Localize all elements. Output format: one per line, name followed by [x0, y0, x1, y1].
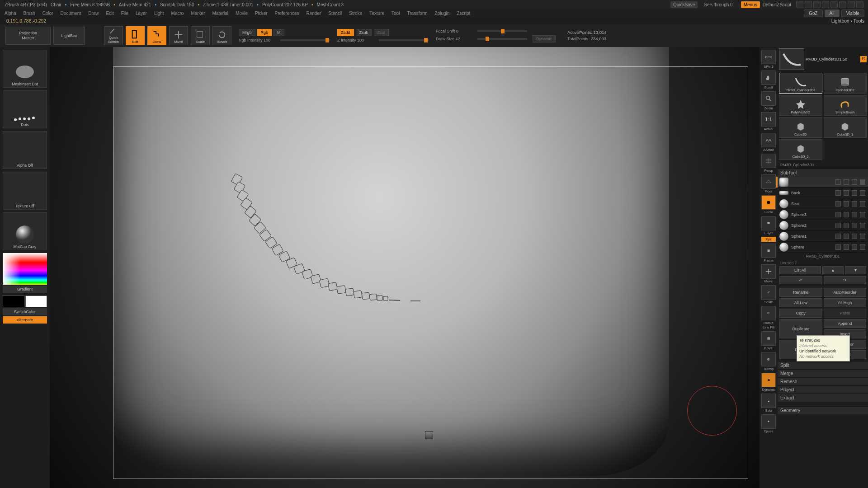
subtool-row[interactable]: Sphere2	[778, 220, 868, 231]
extract-header[interactable]: Extract	[778, 394, 868, 402]
zsub-toggle[interactable]: Zsub	[356, 29, 372, 36]
alternate-button[interactable]: Alternate	[3, 316, 47, 324]
actual-button[interactable]: 1:1	[761, 112, 776, 127]
viewport[interactable]	[50, 47, 760, 488]
menu-preferences[interactable]: Preferences	[275, 11, 299, 16]
rename-button[interactable]: Rename	[779, 288, 822, 297]
menu-picker[interactable]: Picker	[255, 11, 268, 16]
rgb-intensity-slider[interactable]: Rgb Intensity 100	[239, 38, 278, 42]
tool-cell[interactable]: PM3D_Cylinder3D1	[779, 73, 822, 94]
menu-light[interactable]: Light	[154, 11, 164, 16]
zcut-toggle[interactable]: Zcut	[374, 29, 389, 36]
rotate-button[interactable]: ⟳	[761, 306, 776, 320]
subtool-row[interactable]	[778, 177, 868, 188]
allhigh-button[interactable]: All High	[824, 298, 867, 307]
goz-visible-button[interactable]: Visible	[841, 9, 864, 17]
dynamic-toggle[interactable]: Dynamic	[533, 35, 556, 42]
local-button[interactable]	[761, 195, 776, 210]
menu-transform[interactable]: Transform	[407, 11, 427, 16]
alllow-button[interactable]: All Low	[779, 298, 822, 307]
menu-render[interactable]: Render	[307, 11, 321, 16]
tool-cell[interactable]: SimpleBrush	[824, 95, 867, 116]
menu-macro[interactable]: Macro	[171, 11, 184, 16]
project-header[interactable]: Project	[778, 385, 868, 394]
titlebar-icon-4[interactable]	[822, 1, 829, 8]
menu-layer[interactable]: Layer	[136, 11, 147, 16]
subtool-move-down[interactable]: ↷	[824, 276, 867, 284]
menu-alpha[interactable]: Alpha	[5, 11, 16, 16]
dynamic-button[interactable]: ◆	[761, 373, 776, 387]
menu-draw[interactable]: Draw	[88, 11, 99, 16]
subtool-up-button[interactable]: ▲	[822, 266, 844, 274]
autoreorder-button[interactable]: AutoReorder	[824, 288, 867, 297]
titlebar-icon-2[interactable]	[805, 1, 812, 8]
subtool-row[interactable]: Sphere1	[778, 231, 868, 242]
subtool-row[interactable]: Seat	[778, 198, 868, 209]
maximize-icon[interactable]	[848, 1, 855, 8]
split-header[interactable]: Split	[778, 361, 868, 369]
color-picker[interactable]	[3, 253, 47, 285]
rgb-toggle[interactable]: Rgb	[257, 29, 272, 36]
z-intensity-slider[interactable]: Z Intensity 100	[337, 38, 377, 42]
goz-all-button[interactable]: All	[825, 9, 840, 17]
swatch-pair[interactable]	[3, 296, 47, 307]
switchcolor-button[interactable]: SwitchColor	[3, 308, 47, 315]
rotate-mode-button[interactable]: Rotate	[212, 26, 231, 45]
brush-slot[interactable]: MeshInsert Dot	[3, 50, 47, 88]
menus-toggle[interactable]: Menus	[741, 1, 760, 8]
menu-brush[interactable]: Brush	[24, 11, 35, 16]
paste-button[interactable]: Paste	[824, 309, 867, 318]
draw-size-slider[interactable]: Draw Size 42	[436, 37, 476, 41]
menu-marker[interactable]: Marker	[191, 11, 205, 16]
default-zscript[interactable]: DefaultZScript	[763, 2, 791, 7]
transp-button[interactable]: ◐	[761, 352, 776, 366]
xpose-button[interactable]: ✦	[761, 414, 776, 429]
draw-mode-button[interactable]: Draw	[147, 26, 166, 45]
floor-button[interactable]	[761, 174, 776, 189]
menu-movie[interactable]: Movie	[236, 11, 248, 16]
tool-cell[interactable]: PolyMesh3D	[779, 95, 822, 116]
list-all-button[interactable]: List All	[779, 266, 821, 274]
menu-file[interactable]: File	[121, 11, 128, 16]
xyz-pill[interactable]: Xyz	[761, 237, 776, 242]
focal-shift-slider[interactable]: Focal Shift 0	[436, 29, 476, 33]
scroll-button[interactable]	[761, 70, 776, 85]
projection-master-button[interactable]: Projection Master	[5, 27, 51, 45]
tool-cell[interactable]: Cube3D_2	[779, 139, 822, 160]
bpr-button[interactable]: BPR	[761, 50, 776, 64]
remesh-header[interactable]: Remesh	[778, 377, 868, 385]
subtool-row[interactable]: Sphere	[778, 242, 868, 253]
menu-edit[interactable]: Edit	[106, 11, 114, 16]
quicksave-button[interactable]: QuickSave	[670, 1, 698, 8]
m-toggle[interactable]: M	[274, 29, 284, 36]
persp-button[interactable]	[761, 154, 776, 168]
menu-stroke[interactable]: Stroke	[349, 11, 362, 16]
menu-material[interactable]: Material	[212, 11, 229, 16]
texture-slot[interactable]: Texture Off	[3, 172, 47, 210]
minimize-icon[interactable]	[839, 1, 846, 8]
titlebar-icon-5[interactable]	[830, 1, 838, 8]
edit-mode-button[interactable]: Edit	[126, 26, 145, 45]
lightbox-button[interactable]: LightBox	[53, 27, 85, 45]
tool-cell[interactable]: Cylinder3D2	[824, 73, 867, 94]
mrgb-toggle[interactable]: Mrgb	[239, 29, 255, 36]
zoom-button[interactable]	[761, 91, 776, 106]
menu-zscript[interactable]: Zscript	[457, 11, 470, 16]
frame-button[interactable]: ▣	[761, 244, 776, 258]
lsym-button[interactable]: ⇆	[761, 216, 776, 230]
gradient-toggle[interactable]: Gradient	[3, 286, 47, 293]
menu-tool[interactable]: Tool	[392, 11, 400, 16]
menu-document[interactable]: Document	[61, 11, 81, 16]
move-button[interactable]	[761, 264, 776, 279]
zadd-toggle[interactable]: Zadd	[337, 29, 354, 36]
subtool-row[interactable]: Back	[778, 188, 868, 198]
quicksketch-button[interactable]: Quick Sketch	[104, 26, 123, 45]
subtool-move-up[interactable]: ↶	[779, 276, 822, 284]
alpha-slot[interactable]: Alpha Off	[3, 131, 47, 169]
solo-button[interactable]: ●	[761, 394, 776, 408]
menu-color[interactable]: Color	[42, 11, 53, 16]
tool-r-button[interactable]: R	[860, 56, 867, 62]
seethrough-slider[interactable]: See-through 0	[704, 2, 732, 7]
copy-button[interactable]: Copy	[779, 309, 822, 318]
subtool-row[interactable]: Sphere3	[778, 209, 868, 220]
